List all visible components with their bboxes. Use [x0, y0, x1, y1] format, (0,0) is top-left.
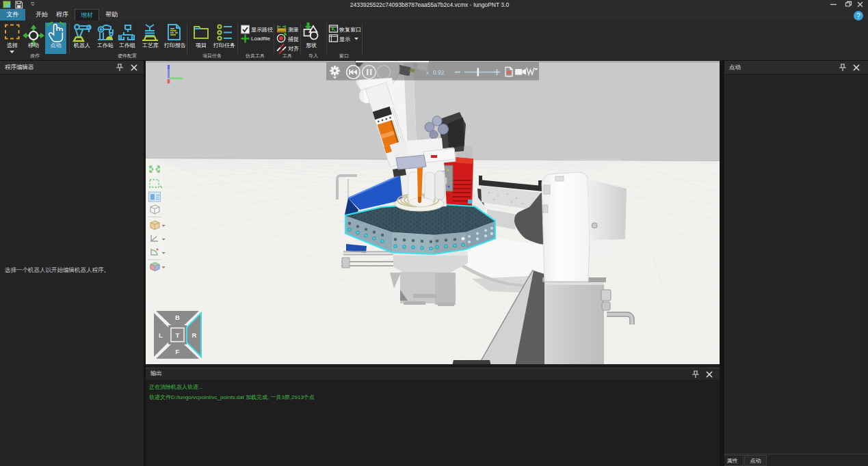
svg-text:T: T — [176, 331, 180, 339]
svg-text:L: L — [159, 331, 163, 339]
svg-text:B: B — [175, 314, 180, 321]
svg-text:R: R — [192, 331, 197, 339]
svg-text:F: F — [176, 348, 180, 355]
svg-text:x: x — [426, 70, 429, 76]
svg-text:?: ? — [856, 12, 860, 20]
svg-text:0.92: 0.92 — [433, 69, 445, 76]
